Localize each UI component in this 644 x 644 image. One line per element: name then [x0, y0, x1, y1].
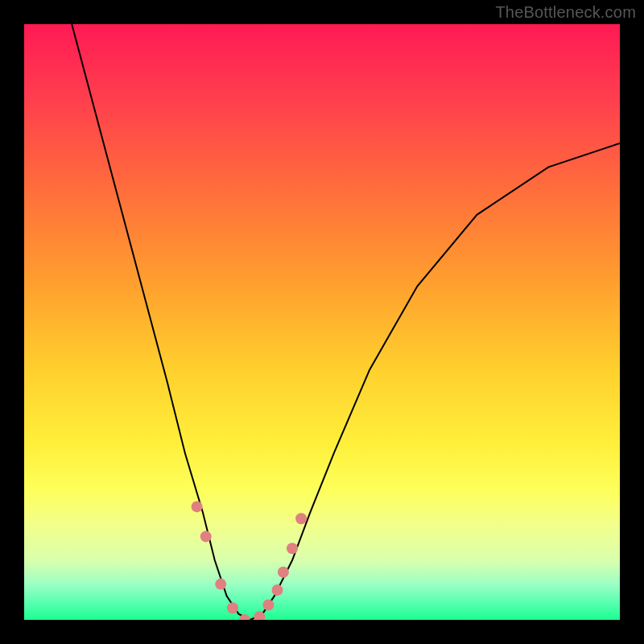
- highlight-dot: [227, 602, 238, 613]
- highlight-dot: [278, 567, 289, 578]
- highlight-dot: [287, 543, 298, 554]
- chart-frame: TheBottleneck.com: [0, 0, 644, 644]
- highlight-dot: [295, 513, 307, 524]
- bottleneck-curve-path: [72, 24, 620, 620]
- plot-area: [24, 24, 620, 620]
- watermark-text: TheBottleneck.com: [495, 3, 636, 22]
- bottleneck-curve-svg: [24, 24, 620, 620]
- highlight-dot: [200, 530, 212, 542]
- highlight-dot: [215, 579, 226, 590]
- highlight-dot: [262, 600, 274, 611]
- highlight-dot: [272, 584, 283, 596]
- highlight-dots-group: [192, 501, 308, 620]
- highlight-dot: [192, 501, 203, 512]
